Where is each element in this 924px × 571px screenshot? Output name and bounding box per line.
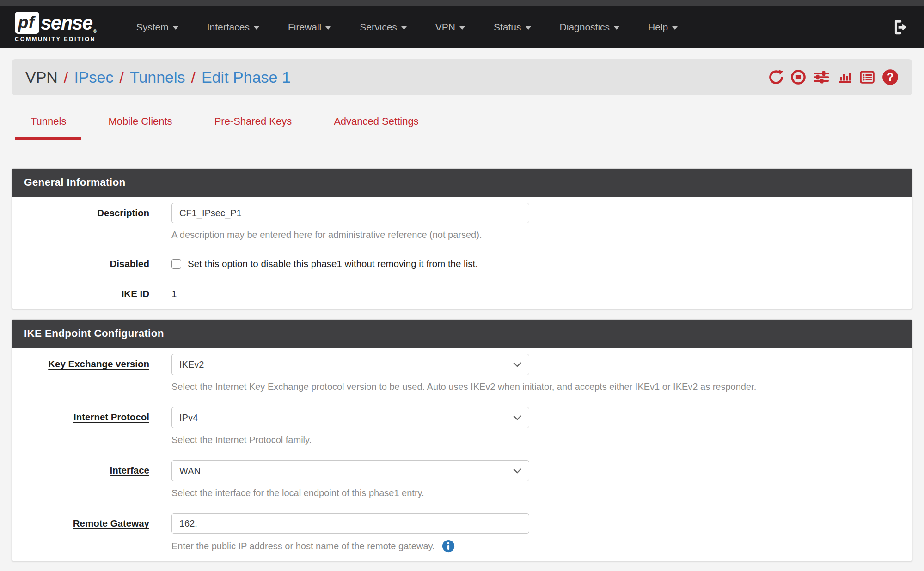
key-exchange-version-label[interactable]: Key Exchange version [48,358,149,369]
ike-id-value: 1 [171,288,912,299]
stop-circle-icon[interactable] [790,69,806,85]
pfsense-logo[interactable]: pf sense ® COMMUNITY EDITION [15,12,97,43]
form-row-internet-protocol: Internet ProtocolIPv4Select the Internet… [12,401,912,454]
help-text: Select the Internet Key Exchange protoco… [171,381,756,392]
nav-item-vpn[interactable]: VPN [421,6,479,48]
tab-advanced-settings[interactable]: Advanced Settings [318,115,434,140]
nav-item-label: Interfaces [207,22,250,33]
description-label: Description [97,207,149,218]
general-rows: DescriptionA description may be entered … [12,197,912,309]
brand-edition-label: COMMUNITY EDITION [15,36,97,43]
top-navbar: pf sense ® COMMUNITY EDITION SystemInter… [0,6,924,48]
help-text-row: Select the Internet Key Exchange protoco… [171,381,912,392]
chevron-down-icon [459,26,465,30]
help-text: A description may be entered here for ad… [171,229,482,240]
remote-gateway-input[interactable] [171,513,529,534]
breadcrumb-separator: / [191,68,196,86]
tab-pre-shared-keys[interactable]: Pre-Shared Keys [199,115,307,140]
internet-protocol-label[interactable]: Internet Protocol [73,412,149,422]
nav-menu: SystemInterfacesFirewallServicesVPNStatu… [122,6,692,48]
checkbox-label: Set this option to disable this phase1 w… [188,258,478,269]
disabled-checkbox[interactable] [171,259,181,269]
sign-out-icon[interactable] [893,19,909,35]
form-row-description: DescriptionA description may be entered … [12,197,912,249]
nav-item-label: Firewall [288,22,321,33]
help-text-row: A description may be entered here for ad… [171,229,912,240]
breadcrumb-vpn: VPN [25,68,58,86]
section-general-information: General Information DescriptionA descrip… [12,168,912,309]
header-action-icons: ? [769,69,899,85]
tab-mobile-clients[interactable]: Mobile Clients [93,115,187,140]
bar-chart-icon[interactable] [837,70,852,85]
interface-label[interactable]: Interface [110,465,149,475]
form-row-disabled: DisabledSet this option to disable this … [12,249,912,279]
nav-item-system[interactable]: System [122,6,193,48]
section-title-ike: IKE Endpoint Configuration [12,320,912,348]
form-row-key-exchange-version: Key Exchange versionIKEv2Select the Inte… [12,348,912,401]
help-circle-icon[interactable]: ? [882,69,899,85]
chevron-down-icon [254,26,259,30]
interface-select[interactable]: WAN [171,460,529,481]
nav-item-help[interactable]: Help [634,6,692,48]
breadcrumb-bar: VPN/IPsec/Tunnels/Edit Phase 1 [12,59,912,95]
ike-id-label: IKE ID [122,288,149,299]
nav-item-label: Status [494,22,521,33]
description-input[interactable] [171,203,529,223]
sliders-icon[interactable] [813,70,830,85]
breadcrumb-separator: / [64,68,68,86]
key-exchange-version-select[interactable]: IKEv2 [171,354,529,375]
page-content: General Information DescriptionA descrip… [0,168,924,561]
help-text-row: Select the Internet Protocol family. [171,434,912,445]
tab-tunnels[interactable]: Tunnels [15,115,81,140]
brand-lockup: pf sense ® [15,12,97,34]
breadcrumb-separator: / [119,68,123,86]
brand-name: sense [41,12,92,34]
help-text: Enter the public IP address or host name… [171,541,435,552]
ike-rows: Key Exchange versionIKEv2Select the Inte… [12,348,912,561]
form-row-ike-id: IKE ID1 [12,279,912,309]
internet-protocol-select[interactable]: IPv4 [171,407,529,428]
nav-item-firewall[interactable]: Firewall [274,6,345,48]
breadcrumb-edit-phase-1[interactable]: Edit Phase 1 [202,68,291,86]
breadcrumb-tunnels[interactable]: Tunnels [130,68,185,86]
form-row-remote-gateway: Remote GatewayEnter the public IP addres… [12,507,912,561]
tab-bar: TunnelsMobile ClientsPre-Shared KeysAdva… [12,115,912,140]
help-text-row: Enter the public IP address or host name… [171,540,912,553]
svg-text:?: ? [887,71,893,83]
form-row-interface: InterfaceWANSelect the interface for the… [12,454,912,507]
nav-item-label: Help [648,22,668,33]
chevron-down-icon [672,26,678,30]
nav-item-label: Services [360,22,397,33]
nav-item-label: VPN [435,22,455,33]
nav-item-label: Diagnostics [560,22,610,33]
checkbox-row: Set this option to disable this phase1 w… [171,258,912,269]
nav-item-diagnostics[interactable]: Diagnostics [545,6,634,48]
pf-logo-tile-icon: pf [15,12,39,34]
registered-mark: ® [93,28,97,34]
refresh-icon[interactable] [769,70,783,85]
info-icon[interactable] [442,540,455,553]
help-text: Select the Internet Protocol family. [171,434,312,445]
chevron-down-icon [401,26,407,30]
chevron-down-icon [173,26,178,30]
chevron-down-icon [325,26,331,30]
section-title-general: General Information [12,169,912,197]
remote-gateway-label[interactable]: Remote Gateway [73,518,149,528]
nav-item-interfaces[interactable]: Interfaces [193,6,274,48]
nav-item-label: System [136,22,169,33]
log-list-icon[interactable] [859,70,875,85]
chevron-down-icon [526,26,531,30]
help-text-row: Select the interface for the local endpo… [171,487,912,498]
window-top-strip [0,0,924,6]
breadcrumb-trail: VPN/IPsec/Tunnels/Edit Phase 1 [25,68,291,86]
help-text: Select the interface for the local endpo… [171,487,424,498]
nav-item-services[interactable]: Services [345,6,421,48]
section-ike-endpoint-configuration: IKE Endpoint Configuration Key Exchange … [12,319,912,561]
breadcrumb-ipsec[interactable]: IPsec [74,68,113,86]
chevron-down-icon [614,26,619,30]
disabled-label: Disabled [110,258,149,269]
nav-item-status[interactable]: Status [479,6,545,48]
